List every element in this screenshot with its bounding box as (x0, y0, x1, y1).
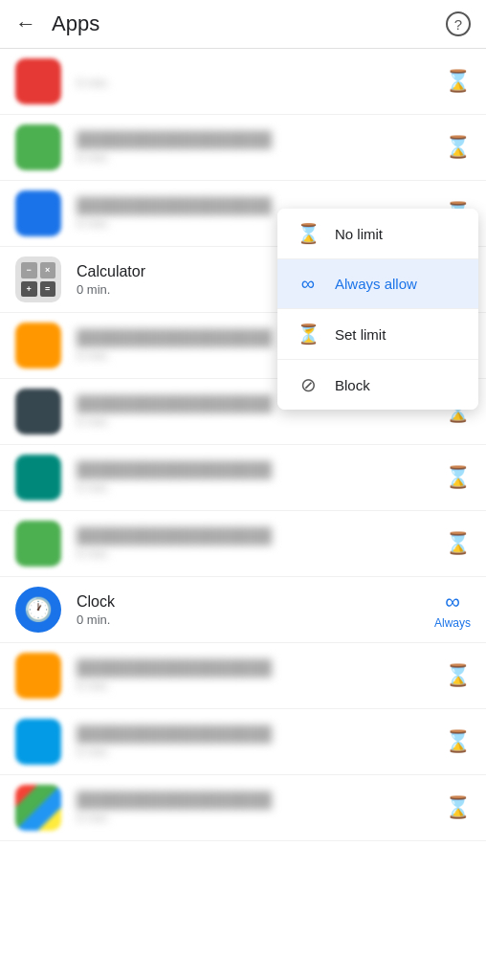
hourglass-icon: ⌛ (297, 222, 320, 245)
app-time: 0 min. (77, 414, 445, 429)
app-time: 0 min. (77, 612, 434, 627)
app-icon (15, 785, 61, 831)
app-time: 0 min. (77, 76, 445, 90)
app-icon (15, 719, 61, 765)
app-info: ██████████████████ 0 min. (77, 725, 445, 759)
list-item[interactable]: ██████████████████ 0 min. ⌛ (0, 115, 486, 181)
list-item[interactable]: ██████████████████ 0 min. ⌛ (0, 775, 486, 841)
list-item[interactable]: ██████████████████ 0 min. ⌛ (0, 445, 486, 511)
app-icon (15, 323, 61, 368)
app-status: ⌛ (445, 135, 471, 160)
block-label: Block (335, 377, 370, 393)
app-info: ██████████████████ 0 min. (77, 659, 445, 693)
app-icon (15, 124, 61, 170)
app-name: ██████████████████ (77, 659, 445, 677)
calc-cell: + (21, 281, 37, 298)
calc-cell: × (40, 262, 56, 278)
dropdown-always-allow[interactable]: ∞ Always allow (277, 259, 478, 309)
app-icon (15, 521, 61, 567)
clock-item[interactable]: 🕐 Clock 0 min. ∞ Always (0, 577, 486, 643)
clock-icon: 🕐 (15, 587, 61, 633)
list-item[interactable]: ██████████████████ 0 min. ⌛ (0, 709, 486, 775)
app-icon (15, 389, 61, 434)
infinity-icon: ∞ (445, 590, 460, 614)
app-status: ⌛ (445, 465, 471, 490)
help-button[interactable]: ? (446, 11, 471, 36)
app-info: ██████████████████ 0 min. (77, 131, 445, 165)
set-limit-label: Set limit (335, 326, 386, 343)
dropdown-menu: ⌛ No limit ∞ Always allow ⏳ Set limit ⊘ … (277, 209, 478, 410)
app-status: ⌛ (445, 663, 471, 688)
app-name: ██████████████████ (77, 527, 445, 545)
infinity-menu-icon: ∞ (297, 273, 320, 295)
app-info: 0 min. (77, 74, 445, 90)
app-status: ⌛ (445, 729, 471, 754)
back-button[interactable]: ← (15, 11, 36, 36)
always-status: ∞ Always (434, 590, 471, 630)
always-allow-label: Always allow (335, 276, 417, 292)
calc-cell: − (21, 262, 37, 278)
app-name: ██████████████████ (77, 791, 445, 809)
dropdown-block[interactable]: ⊘ Block (277, 360, 478, 410)
app-time: 0 min. (77, 480, 445, 495)
page-title: Apps (52, 11, 446, 36)
block-icon: ⊘ (297, 373, 320, 396)
app-name: ██████████████████ (77, 461, 445, 479)
dropdown-set-limit[interactable]: ⏳ Set limit (277, 309, 478, 360)
app-time: 0 min. (77, 150, 445, 165)
app-info: ██████████████████ 0 min. (77, 791, 445, 825)
dropdown-no-limit[interactable]: ⌛ No limit (277, 209, 478, 259)
app-icon (15, 455, 61, 501)
app-info: Clock 0 min. (77, 593, 434, 627)
list-item[interactable]: ██████████████████ 0 min. ⌛ (0, 643, 486, 709)
app-name: ██████████████████ (77, 131, 445, 148)
app-icon (15, 58, 61, 104)
app-list: 0 min. ⌛ ██████████████████ 0 min. ⌛ ███… (0, 49, 486, 841)
app-icon (15, 653, 61, 699)
app-name: Clock (77, 593, 434, 611)
list-item[interactable]: ██████████████████ 0 min. ⌛ (0, 511, 486, 577)
app-time: 0 min. (77, 679, 445, 693)
app-status: ⌛ (445, 531, 471, 556)
app-time: 0 min. (77, 811, 445, 825)
app-time: 0 min. (77, 745, 445, 759)
help-icon: ? (454, 16, 462, 33)
timer-icon: ⏳ (297, 323, 320, 345)
always-label: Always (434, 616, 471, 630)
app-header: ← Apps ? (0, 0, 486, 49)
app-name: ██████████████████ (77, 725, 445, 743)
no-limit-label: No limit (335, 226, 383, 242)
list-item[interactable]: 0 min. ⌛ (0, 49, 486, 115)
app-status: ⌛ (445, 795, 471, 820)
calc-cell: = (40, 281, 56, 298)
app-info: ██████████████████ 0 min. (77, 527, 445, 561)
app-info: ██████████████████ 0 min. (77, 461, 445, 495)
app-icon (15, 190, 61, 236)
calculator-icon: − × + = (15, 256, 61, 302)
app-time: 0 min. (77, 546, 445, 561)
app-status: ⌛ (445, 69, 471, 94)
